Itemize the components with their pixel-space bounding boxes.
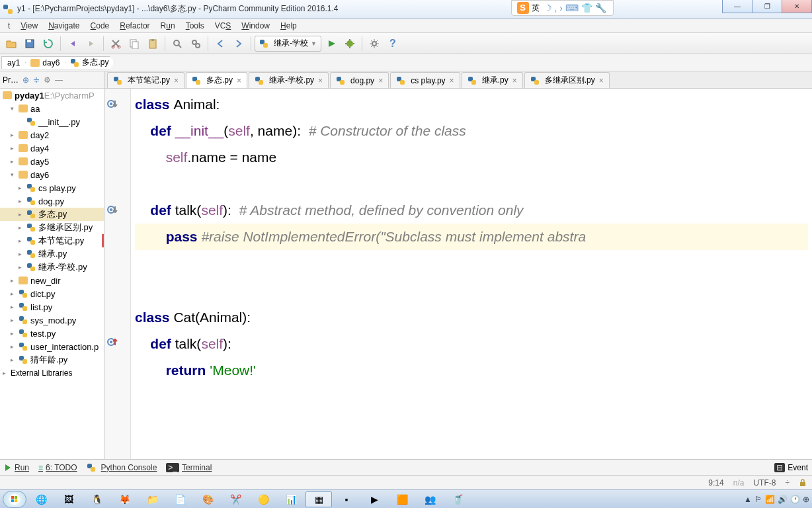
project-tree[interactable]: pyday1 E:\PycharmP▾aa__init__.py▸day2▸da… bbox=[0, 89, 104, 366]
insert-mode[interactable]: n/a bbox=[733, 478, 745, 487]
tree-item-4[interactable]: ▸day5 bbox=[0, 155, 104, 168]
undo-button[interactable] bbox=[64, 35, 81, 52]
tree-item-1[interactable]: __init__.py bbox=[0, 115, 104, 128]
taskbar-app3-icon[interactable]: 👥 bbox=[417, 491, 443, 507]
menu-run[interactable]: Run bbox=[155, 19, 181, 32]
menu-vcs[interactable]: VCS bbox=[210, 19, 237, 32]
tree-item-6[interactable]: ▸cs play.py bbox=[0, 181, 104, 194]
save-all-button[interactable] bbox=[21, 35, 38, 52]
run-button[interactable] bbox=[323, 35, 340, 52]
maximize-button[interactable]: ❐ bbox=[752, 0, 782, 13]
help-button[interactable]: ? bbox=[384, 35, 401, 52]
close-button[interactable]: ✕ bbox=[782, 0, 812, 13]
menu-view[interactable]: View bbox=[15, 19, 43, 32]
tray-vol-icon[interactable]: 🔊 bbox=[778, 495, 788, 504]
cut-button[interactable] bbox=[107, 35, 124, 52]
ime-toolbar[interactable]: S 英 ☽, ›⌨👕🔧 bbox=[511, 0, 614, 16]
gutter-override-up-icon[interactable] bbox=[106, 336, 120, 349]
menu-refactor[interactable]: Refactor bbox=[114, 19, 155, 32]
code-editor[interactable]: class Animal: def __init__(self, name): … bbox=[131, 89, 812, 459]
breadcrumb-1[interactable]: day6 bbox=[20, 56, 65, 69]
editor-tab-2[interactable]: 继承-学校.py× bbox=[249, 72, 329, 88]
taskbar-ie-icon[interactable]: 🌐 bbox=[28, 491, 54, 507]
find-button[interactable] bbox=[169, 35, 186, 52]
taskbar-paint-icon[interactable]: 🎨 bbox=[194, 491, 221, 507]
taskbar-snip-icon[interactable]: ✂️ bbox=[222, 491, 249, 507]
debug-button[interactable] bbox=[341, 35, 358, 52]
taskbar-app4-icon[interactable]: 🥤 bbox=[444, 491, 471, 507]
tool-todo[interactable]: ≡6: TODO bbox=[38, 463, 77, 472]
taskbar-cmd-icon[interactable]: ▪ bbox=[333, 491, 360, 507]
tree-item-3[interactable]: ▸day4 bbox=[0, 142, 104, 155]
run-config-selector[interactable]: 继承-学校 ▼ bbox=[255, 36, 321, 52]
editor-tab-3[interactable]: dog.py× bbox=[330, 72, 389, 88]
replace-button[interactable] bbox=[187, 35, 204, 52]
tray-net-icon[interactable]: 📶 bbox=[765, 495, 775, 504]
menu-navigate[interactable]: Navigate bbox=[43, 19, 85, 32]
sidebar-pr-label[interactable]: Pr… bbox=[3, 75, 19, 85]
tree-item-8[interactable]: ▸多态.py bbox=[0, 208, 104, 221]
tree-item-15[interactable]: ▸list.py bbox=[0, 300, 104, 314]
tree-item-2[interactable]: ▸day2 bbox=[0, 128, 104, 142]
editor-gutter[interactable] bbox=[104, 89, 131, 459]
tree-item-13[interactable]: ▸new_dir bbox=[0, 274, 104, 287]
menu-file[interactable]: t bbox=[3, 19, 15, 32]
file-encoding[interactable]: UTF-8 bbox=[753, 478, 776, 487]
taskbar-app2-icon[interactable]: 🟧 bbox=[389, 491, 415, 507]
editor-tab-0[interactable]: 本节笔记.py× bbox=[107, 72, 184, 88]
close-tab-icon[interactable]: × bbox=[450, 76, 454, 85]
redo-button[interactable] bbox=[83, 35, 100, 52]
taskbar-explorer-icon[interactable]: 📁 bbox=[139, 491, 165, 507]
taskbar-chrome-icon[interactable]: 🟡 bbox=[250, 491, 276, 507]
tree-item-17[interactable]: ▸test.py bbox=[0, 327, 104, 340]
lock-icon[interactable] bbox=[799, 479, 807, 487]
system-tray[interactable]: ▲ 🏳 📶 🔊 🕐 ⊕ bbox=[744, 495, 809, 504]
copy-button[interactable] bbox=[126, 35, 143, 52]
close-tab-icon[interactable]: × bbox=[237, 76, 241, 85]
back-button[interactable] bbox=[212, 35, 229, 52]
start-button[interactable] bbox=[3, 491, 26, 508]
collapse-icon[interactable]: ⊕ bbox=[22, 75, 29, 85]
editor-tab-6[interactable]: 多继承区别.py× bbox=[524, 72, 610, 88]
tray-misc-icon[interactable]: ⊕ bbox=[803, 495, 809, 504]
menu-window[interactable]: Window bbox=[236, 19, 275, 32]
caret-position[interactable]: 9:14 bbox=[708, 478, 723, 487]
tool-terminal[interactable]: >_Terminal bbox=[166, 463, 212, 472]
expand-icon[interactable]: ≑ bbox=[33, 75, 40, 85]
taskbar-pycharm-icon[interactable]: ▦ bbox=[305, 491, 332, 507]
chevron-icon[interactable]: ÷ bbox=[785, 478, 790, 487]
tree-item-18[interactable]: ▸user_interaction.p bbox=[0, 340, 104, 353]
menu-code[interactable]: Code bbox=[85, 19, 115, 32]
gutter-override-down-icon[interactable] bbox=[106, 98, 120, 111]
external-libraries[interactable]: ▸External Libraries bbox=[0, 366, 104, 380]
tree-item-16[interactable]: ▸sys_mod.py bbox=[0, 314, 104, 327]
tool-run[interactable]: Run bbox=[4, 463, 29, 472]
taskbar-media-icon[interactable]: ▶ bbox=[361, 491, 387, 507]
taskbar-app1-icon[interactable]: 📊 bbox=[278, 491, 304, 507]
gutter-override-down-icon[interactable] bbox=[106, 204, 120, 217]
taskbar-notepad-icon[interactable]: 📄 bbox=[167, 491, 193, 507]
editor-tab-5[interactable]: 继承.py× bbox=[462, 72, 523, 88]
minimize-button[interactable]: — bbox=[722, 0, 752, 13]
tool-python-console[interactable]: Python Console bbox=[87, 463, 157, 472]
tree-item-11[interactable]: ▸继承.py bbox=[0, 247, 104, 261]
paste-button[interactable] bbox=[144, 35, 161, 52]
project-root[interactable]: pyday1 E:\PycharmP bbox=[0, 89, 104, 102]
tree-item-9[interactable]: ▸多继承区别.py bbox=[0, 221, 104, 234]
tree-item-10[interactable]: ▸本节笔记.py bbox=[0, 234, 104, 247]
editor-tab-1[interactable]: 多态.py× bbox=[186, 72, 247, 88]
hide-icon[interactable]: — bbox=[55, 75, 63, 85]
taskbar-firefox-icon[interactable]: 🦊 bbox=[111, 491, 138, 507]
close-tab-icon[interactable]: × bbox=[512, 76, 517, 85]
tree-item-14[interactable]: ▸dict.py bbox=[0, 287, 104, 300]
close-tab-icon[interactable]: × bbox=[318, 76, 323, 85]
tool-event-log[interactable]: ⊟Event bbox=[774, 463, 808, 472]
breadcrumb-0[interactable]: ay1 bbox=[1, 56, 26, 69]
tray-flag-icon[interactable]: 🏳 bbox=[754, 495, 762, 504]
menu-help[interactable]: Help bbox=[275, 19, 302, 32]
editor-tab-4[interactable]: cs play.py× bbox=[390, 72, 460, 88]
tray-clock-icon[interactable]: 🕐 bbox=[790, 495, 800, 504]
tree-item-12[interactable]: ▸继承-学校.py bbox=[0, 261, 104, 274]
close-tab-icon[interactable]: × bbox=[599, 76, 604, 85]
menu-tools[interactable]: Tools bbox=[181, 19, 210, 32]
